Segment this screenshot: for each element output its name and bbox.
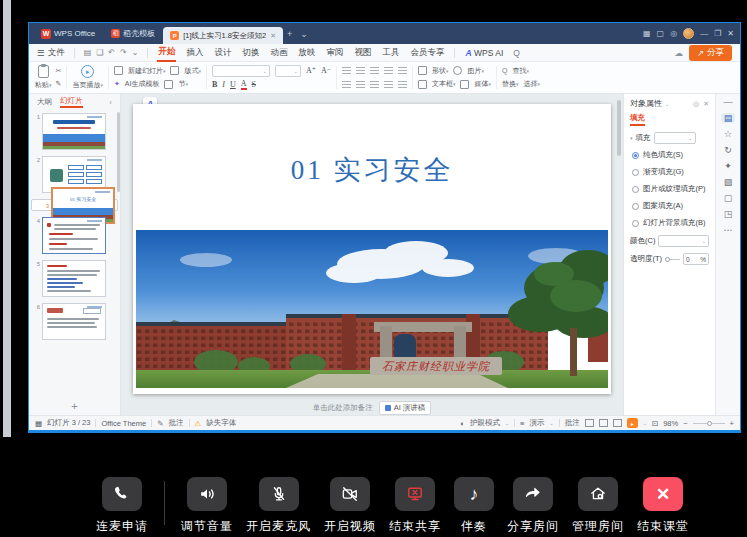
theme-name[interactable]: Office Theme	[101, 419, 146, 428]
close-window-button[interactable]: ✕	[727, 29, 734, 38]
thumbnail-row-4[interactable]: 4	[31, 217, 118, 254]
file-menu[interactable]: ☰ 文件	[37, 47, 65, 59]
smart-features-icon[interactable]: ✦	[724, 161, 732, 171]
option-pattern-fill[interactable]: 图案填充(A)	[632, 201, 709, 211]
new-slide-button[interactable]: 新建幻灯片▾	[128, 66, 166, 76]
tab-transitions[interactable]: 切换	[241, 45, 260, 61]
minimize-button[interactable]: —	[700, 29, 708, 38]
end-class-button[interactable]: ✕ 结束课堂	[637, 477, 689, 535]
layout-button[interactable]: 版式▾	[184, 66, 201, 76]
annotate-label[interactable]: 批注	[169, 418, 184, 428]
slide-6-thumbnail[interactable]	[42, 303, 106, 340]
find-button[interactable]: 查找▾	[512, 66, 529, 76]
cloud-sync-icon[interactable]: ☁	[674, 48, 683, 58]
media-button[interactable]: 媒体▾	[474, 79, 491, 89]
collapse-sidebar-icon[interactable]: —	[724, 97, 733, 107]
tab-fill[interactable]: 填充	[630, 113, 645, 126]
align-center-icon[interactable]	[384, 67, 393, 74]
workspace-icon[interactable]: ▢	[657, 29, 665, 38]
font-name-select[interactable]: ⌄	[212, 65, 270, 77]
slider-knob[interactable]	[665, 257, 670, 262]
grid-view-icon[interactable]: ▦	[35, 419, 42, 428]
present-icon[interactable]: ≡	[520, 419, 524, 428]
video-on-button[interactable]: 开启视频	[324, 477, 376, 535]
play-slide-button[interactable]: ▸ 当页播放▾	[72, 65, 103, 90]
decrease-font-button[interactable]: A⁻	[321, 66, 331, 75]
select-button[interactable]: 选择▾	[523, 79, 540, 89]
thumbnail-row-3-selected[interactable]: 3 01 实习安全	[31, 199, 118, 211]
layout-pane-icon[interactable]: ▧	[724, 177, 733, 187]
stop-sharing-button[interactable]: 结束共享	[389, 477, 441, 535]
sync-status-icon[interactable]: ◎	[670, 29, 677, 38]
volume-button[interactable]: 调节音量	[181, 477, 233, 535]
cut-icon[interactable]: ✂	[56, 67, 62, 75]
slide-4-thumbnail[interactable]	[42, 217, 106, 254]
current-slide[interactable]: 01 实习安全	[133, 104, 611, 394]
italic-button[interactable]: I	[222, 80, 225, 89]
transparency-spinner[interactable]: 0 %	[683, 253, 709, 265]
missing-font-warning[interactable]: 缺失字体	[206, 418, 236, 428]
save-icon[interactable]: ▤	[84, 48, 92, 57]
tab-document-active[interactable]: P [1]线上实习1.8安全须知2 ✕	[163, 27, 283, 44]
panel-scrollbar[interactable]	[117, 112, 120, 192]
indent-increase-icon[interactable]	[356, 81, 365, 88]
pin-panel-icon[interactable]: ◎	[693, 100, 699, 108]
reading-view-icon[interactable]	[613, 419, 622, 427]
fit-window-icon[interactable]: ⊡	[652, 419, 658, 428]
replace-button[interactable]: 替换▾	[502, 79, 519, 89]
search-icon[interactable]: Q	[513, 48, 520, 58]
tab-member[interactable]: 会员专享	[409, 45, 445, 61]
text-direction-icon[interactable]	[398, 81, 407, 88]
line-spacing-icon[interactable]	[370, 81, 379, 88]
bold-button[interactable]: B	[212, 80, 217, 89]
bullets-icon[interactable]	[342, 67, 351, 74]
ai-template-button[interactable]: AI生成模板	[125, 79, 160, 89]
tab-outline[interactable]: 大纲	[37, 97, 52, 107]
eye-protection-icon[interactable]: ◐	[460, 419, 465, 428]
zoom-knob[interactable]	[707, 421, 712, 426]
campus-photo[interactable]: 石家庄财经职业学院	[136, 230, 608, 388]
add-slide-button[interactable]: +	[29, 400, 120, 415]
comments-pane-icon[interactable]: ◳	[724, 209, 733, 219]
thumbnail-row-6[interactable]: 6	[31, 303, 118, 340]
maximize-button[interactable]: ❐	[714, 29, 721, 38]
option-picture-fill[interactable]: 图片或纹理填充(P)	[632, 184, 709, 194]
slide-5-thumbnail[interactable]	[42, 260, 106, 297]
eye-protection-label[interactable]: 护眼模式	[470, 418, 500, 428]
font-size-select[interactable]: ⌄	[275, 65, 301, 77]
tab-animations[interactable]: 动画	[269, 45, 288, 61]
tab-wps-home[interactable]: W WPS Office	[33, 23, 103, 44]
animation-pane-icon[interactable]: ↻	[724, 145, 732, 155]
strikethrough-button[interactable]: S	[252, 80, 256, 89]
properties-pane-icon[interactable]: ▤	[721, 113, 736, 123]
tab-review[interactable]: 审阅	[325, 45, 344, 61]
more-panes-icon[interactable]: ⋯	[724, 225, 733, 235]
present-label[interactable]: 演示	[530, 418, 545, 428]
manage-room-button[interactable]: 管理房间	[572, 477, 624, 535]
zoom-level[interactable]: 98%	[663, 419, 678, 428]
new-tab-button[interactable]: +	[283, 29, 296, 39]
tab-view[interactable]: 视图	[353, 45, 372, 61]
paste-button[interactable]: 粘贴▾	[35, 65, 52, 90]
numbering-icon[interactable]	[356, 67, 365, 74]
increase-font-button[interactable]: A⁺	[306, 66, 316, 75]
slide-sorter-icon[interactable]	[599, 419, 608, 427]
mic-on-button[interactable]: 开启麦克风	[246, 477, 311, 535]
zoom-in-button[interactable]: +	[730, 419, 734, 428]
undo-icon[interactable]: ↶	[108, 48, 115, 57]
format-painter-icon[interactable]: ✎	[56, 80, 62, 88]
quick-access-caret-icon[interactable]: ⌄	[132, 48, 139, 57]
font-color-button[interactable]: A	[241, 79, 247, 90]
tab-insert[interactable]: 插入	[185, 45, 204, 61]
selection-pane-icon[interactable]: ▢	[724, 193, 733, 203]
share-button[interactable]: ↗ 分享	[689, 45, 732, 61]
align-left-icon[interactable]	[370, 67, 379, 74]
caret-icon[interactable]: ⌄	[665, 101, 669, 107]
caret-icon[interactable]: ⌄	[643, 420, 647, 426]
zoom-out-button[interactable]: −	[683, 419, 687, 428]
tab-wps-ai[interactable]: A WPS AI	[464, 46, 504, 60]
comment-label[interactable]: 批注	[565, 418, 580, 428]
normal-view-icon[interactable]	[585, 419, 594, 427]
zoom-slider[interactable]	[693, 423, 725, 424]
mic-request-button[interactable]: 连麦申请	[96, 477, 148, 535]
